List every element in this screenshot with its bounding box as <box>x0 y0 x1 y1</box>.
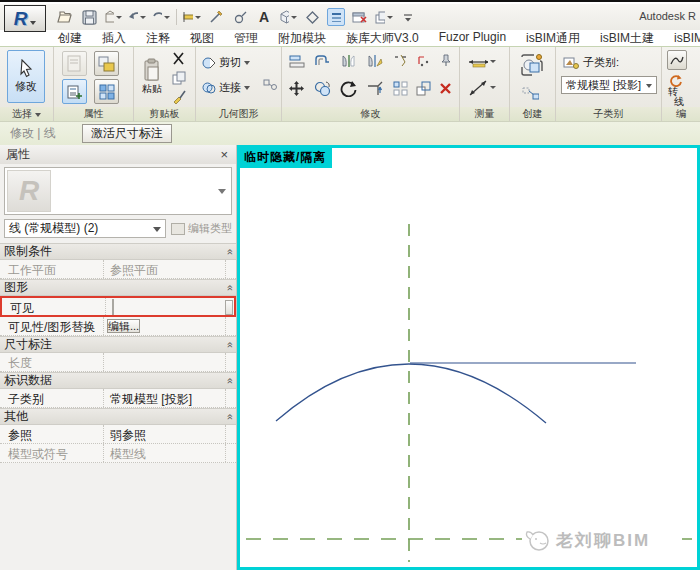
tag-icon[interactable] <box>231 8 249 26</box>
spline-edit-icon[interactable] <box>667 50 687 70</box>
row-work-plane[interactable]: 工作平面 参照平面 <box>0 260 236 279</box>
edit-overrides-button[interactable]: 编辑... <box>107 319 140 333</box>
modify-button[interactable]: 修改 <box>7 50 45 103</box>
type-selector-preview[interactable]: R <box>4 167 232 215</box>
text-icon[interactable]: A <box>255 8 273 26</box>
tab-isbim-general[interactable]: isBIM通用 <box>516 30 590 46</box>
split-element-icon[interactable] <box>392 52 409 69</box>
align-icon[interactable] <box>288 52 305 69</box>
paste-button[interactable]: 粘贴 <box>139 50 165 104</box>
offset-icon[interactable] <box>314 52 331 69</box>
subcategory-panel-label[interactable]: 子类别 <box>556 107 661 121</box>
properties-panel-label[interactable]: 属性 <box>54 107 133 121</box>
collapse-icon[interactable]: » <box>223 377 235 383</box>
switch-windows-icon[interactable] <box>375 8 393 26</box>
workset-sync-icon[interactable] <box>104 8 122 26</box>
create-similar-icon[interactable] <box>522 84 539 101</box>
select-panel-label[interactable]: 选择 <box>0 107 53 121</box>
family-type-grid-icon[interactable] <box>94 79 119 104</box>
redo-icon[interactable] <box>152 8 170 26</box>
move-icon[interactable] <box>288 80 305 97</box>
qat-customize-icon[interactable] <box>399 8 417 26</box>
collapse-icon[interactable]: » <box>223 284 235 290</box>
family-types-icon[interactable] <box>94 51 119 76</box>
tab-create[interactable]: 创建 <box>48 30 92 46</box>
edit-panel-label[interactable]: 编 <box>662 107 700 121</box>
undo-icon[interactable] <box>128 8 146 26</box>
application-menu-button[interactable]: R <box>4 5 46 32</box>
row-length[interactable]: 长度 <box>0 353 236 372</box>
row-visibility-overrides[interactable]: 可见性/图形替换 编辑... <box>0 317 236 336</box>
row-reference[interactable]: 参照 弱参照 <box>0 425 236 444</box>
close-hidden-windows-icon[interactable] <box>351 8 369 26</box>
tab-insert[interactable]: 插入 <box>92 30 136 46</box>
tab-fuzor-plugin[interactable]: Fuzor Plugin <box>429 30 516 46</box>
arc-model-line[interactable] <box>276 364 546 423</box>
tab-annotate[interactable]: 注释 <box>136 30 180 46</box>
aligned-dimension-icon[interactable] <box>183 8 201 26</box>
thin-lines-toggle-icon[interactable] <box>327 8 345 26</box>
match-type-brush-icon[interactable] <box>170 88 187 105</box>
scale-icon[interactable] <box>415 80 432 97</box>
array-icon[interactable] <box>392 80 409 97</box>
mirror-axis-icon[interactable] <box>340 52 357 69</box>
measure-panel-label[interactable]: 测量 <box>460 107 509 121</box>
tab-view[interactable]: 视图 <box>180 30 224 46</box>
tab-family-master[interactable]: 族库大师V3.0 <box>336 30 429 46</box>
mirror-draw-icon[interactable] <box>366 52 383 69</box>
row-visible[interactable]: 可见 <box>0 296 236 317</box>
copy-icon[interactable] <box>170 69 187 86</box>
row-subcategory[interactable]: 子类别 常规模型 [投影] <box>0 389 236 408</box>
clipboard-panel-label[interactable]: 剪贴板 <box>134 107 195 121</box>
convert-lines-label[interactable]: 转 线 <box>668 87 684 107</box>
properties-palette-icon[interactable] <box>62 51 87 76</box>
measure-dimension-icon[interactable] <box>468 53 496 70</box>
properties-title-bar[interactable]: 属性 × <box>0 145 236 164</box>
subcategory-select[interactable]: 常规模型 [投影] <box>561 76 657 94</box>
cut-geometry-button[interactable]: 剪切 <box>202 55 250 70</box>
cut-scissors-icon[interactable] <box>170 50 187 67</box>
beam-handles-icon[interactable] <box>261 75 278 92</box>
collapse-icon[interactable]: » <box>223 248 235 254</box>
measure-between-icon[interactable] <box>468 79 496 96</box>
tab-isbim-decoration[interactable]: isBIM装饰 <box>664 30 700 46</box>
tab-manage[interactable]: 管理 <box>224 30 268 46</box>
associate-parameter-button[interactable] <box>225 300 233 315</box>
trim-extend-icon[interactable] <box>366 80 383 97</box>
join-geometry-button[interactable]: 连接 <box>202 80 250 95</box>
row-model-or-symbol[interactable]: 模型或符号 模型线 <box>0 444 236 463</box>
section-icon[interactable] <box>303 8 321 26</box>
create-group-icon[interactable] <box>519 52 545 78</box>
delete-icon[interactable] <box>437 80 454 97</box>
modify-panel-label[interactable]: 修改 <box>282 107 459 121</box>
tab-isbim-structure[interactable]: isBIM土建 <box>590 30 664 46</box>
visible-checkbox[interactable] <box>112 299 114 315</box>
section-constraints[interactable]: 限制条件» <box>0 243 236 260</box>
tab-addins[interactable]: 附加模块 <box>268 30 336 46</box>
section-dimensions[interactable]: 尺寸标注» <box>0 336 236 353</box>
model-line-sketch-icon[interactable] <box>207 8 225 26</box>
collapse-icon[interactable]: » <box>223 413 235 419</box>
rotate-icon[interactable] <box>340 80 357 97</box>
section-other[interactable]: 其他» <box>0 408 236 425</box>
model-geometry <box>240 148 697 567</box>
geometry-panel-label[interactable]: 几何图形 <box>196 107 281 121</box>
family-category-params-icon[interactable] <box>62 79 87 104</box>
close-icon[interactable]: × <box>218 147 230 162</box>
pin-icon[interactable] <box>437 52 454 69</box>
collapse-icon[interactable]: » <box>223 341 235 347</box>
section-identity-data[interactable]: 标识数据» <box>0 372 236 389</box>
edit-type-button[interactable]: 编辑类型 <box>171 221 232 236</box>
temporary-hide-isolate-badge[interactable]: 临时隐藏/隔离 <box>240 148 332 168</box>
save-icon[interactable] <box>80 8 98 26</box>
type-selector-combo[interactable]: 线 (常规模型) (2) <box>4 219 166 238</box>
drawing-canvas[interactable]: 临时隐藏/隔离 老刘聊BIM <box>240 148 697 567</box>
edit-panel-cutoff: 转 线 编 <box>662 47 700 121</box>
copy-elements-icon[interactable] <box>314 80 331 97</box>
create-panel-label[interactable]: 创建 <box>510 107 555 121</box>
open-icon[interactable] <box>56 8 74 26</box>
section-graphics[interactable]: 图形» <box>0 279 236 296</box>
cope-icon[interactable] <box>415 52 432 69</box>
default-3d-view-icon[interactable] <box>279 8 297 26</box>
activate-dimensions-button[interactable]: 激活尺寸标注 <box>82 124 172 143</box>
